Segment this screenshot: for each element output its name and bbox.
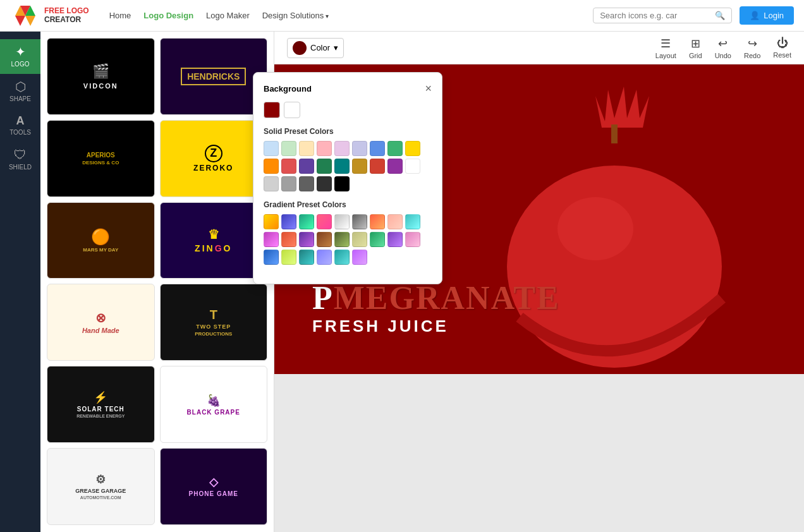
gallery-item-blackgrape[interactable]: 🍇 BLACK GRAPE (160, 366, 268, 443)
tool-shape[interactable]: ⬡ SHAPE (0, 74, 40, 109)
gallery-item-phonegame[interactable]: ◇ PHONE GAME (160, 448, 268, 525)
gallery-item-zeroko[interactable]: Z ZEROKO (160, 120, 268, 197)
nav-logo-design[interactable]: Logo Design (143, 11, 193, 20)
solid-swatch[interactable] (299, 141, 314, 156)
gradient-swatch[interactable] (264, 214, 279, 229)
svg-marker-3 (15, 16, 25, 26)
gradient-swatch[interactable] (405, 232, 420, 247)
layout-action[interactable]: ☰ Layout (655, 37, 676, 59)
solid-swatch[interactable] (281, 176, 296, 191)
tool-tools[interactable]: A TOOLS (0, 109, 40, 142)
solid-swatch[interactable] (352, 159, 367, 174)
solid-swatch[interactable] (370, 141, 385, 156)
gradient-swatch[interactable] (281, 250, 296, 265)
solid-swatch[interactable] (299, 159, 314, 174)
gradient-swatch[interactable] (264, 250, 279, 265)
color-popup-close[interactable]: × (425, 83, 432, 94)
undo-action[interactable]: ↩ Undo (715, 37, 731, 59)
gradient-swatch[interactable] (317, 250, 332, 265)
gradient-swatch[interactable] (299, 250, 314, 265)
gradient-swatch[interactable] (352, 232, 367, 247)
color-popup: Background × Solid Preset Colors Gradien… (253, 72, 442, 284)
canvas-bottom (274, 374, 804, 532)
canvas-text-overlay: PMEGRANATE FRESH JUICE (312, 279, 804, 336)
tools-icon: A (16, 115, 25, 126)
redo-action[interactable]: ↪ Redo (744, 37, 760, 59)
solid-swatch[interactable] (281, 159, 296, 174)
canvas-toolbar: Color ▾ ☰ Layout ⊞ Grid ↩ Undo ↪ (274, 32, 804, 64)
solid-swatch[interactable] (299, 176, 314, 191)
canvas-sub-text: FRESH JUICE (312, 317, 804, 336)
gradient-section-title: Gradient Preset Colors (264, 200, 432, 209)
gradient-swatch[interactable] (317, 214, 332, 229)
tool-logo-label: LOGO (11, 61, 30, 68)
undo-label: Undo (715, 52, 731, 59)
gallery-item-hendricks[interactable]: HENDRICKS (160, 38, 268, 115)
solid-swatch[interactable] (264, 159, 279, 174)
gradient-swatch[interactable] (317, 232, 332, 247)
tool-tools-label: TOOLS (9, 129, 31, 136)
gradient-swatch[interactable] (387, 214, 403, 229)
solid-swatch[interactable] (264, 176, 279, 191)
gradient-swatch[interactable] (299, 232, 314, 247)
tool-logo[interactable]: ✦ LOGO (0, 39, 40, 74)
svg-marker-5 (595, 87, 649, 128)
search-icon: 🔍 (715, 11, 725, 20)
gallery-item-grease[interactable]: ⚙ GREASE GARAGE AUTOMOTIVE.COM (47, 448, 155, 525)
gallery-item-zingo[interactable]: ♛ ZINGO (160, 202, 268, 279)
tool-shield[interactable]: 🛡 SHIELD (0, 142, 40, 177)
gallery-item-aperios[interactable]: APERIOS DESIGNS & CO (47, 120, 155, 197)
gradient-swatch[interactable] (334, 232, 350, 247)
gradient-swatch[interactable] (264, 232, 279, 247)
nav-design-solutions[interactable]: Design Solutions (262, 11, 329, 20)
gradient-swatch[interactable] (352, 214, 367, 229)
bg-swatch-light[interactable] (284, 102, 300, 118)
sidebar-tools: ✦ LOGO ⬡ SHAPE A TOOLS 🛡 SHIELD (0, 32, 40, 532)
solid-swatch[interactable] (317, 176, 332, 191)
search-input[interactable] (600, 11, 712, 20)
gallery-item-vidcon[interactable]: 🎬 VIDCON (47, 38, 155, 115)
solid-swatch[interactable] (317, 141, 332, 156)
gradient-swatch[interactable] (334, 214, 350, 229)
gradient-swatch[interactable] (405, 214, 420, 229)
tool-shield-label: SHIELD (9, 164, 32, 171)
nav-logo-maker[interactable]: Logo Maker (206, 11, 250, 20)
solid-swatch[interactable] (317, 159, 332, 174)
brand-logo[interactable]: FREE LOGO CREATOR (10, 3, 89, 28)
gradient-swatch[interactable] (299, 214, 314, 229)
gallery-item-marsmyday[interactable]: 🟠 MARS MY DAY (47, 202, 155, 279)
solid-swatch[interactable] (281, 141, 296, 156)
solid-swatch[interactable] (334, 141, 350, 156)
gallery-grid: 🎬 VIDCON HENDRICKS APERIOS DESIGNS & CO … (47, 38, 267, 525)
gradient-swatch[interactable] (281, 214, 296, 229)
color-swatch (293, 41, 307, 55)
gallery-item-handmade[interactable]: ⊗ Hand Made (47, 284, 155, 361)
solid-swatch[interactable] (370, 159, 385, 174)
gradient-swatch[interactable] (387, 232, 403, 247)
nav-home[interactable]: Home (109, 11, 131, 20)
bg-swatch-dark[interactable] (264, 102, 280, 118)
gradient-swatch[interactable] (352, 250, 367, 265)
solid-swatch[interactable] (387, 159, 403, 174)
reset-action[interactable]: ⏻ Reset (773, 37, 791, 59)
gradient-swatch[interactable] (334, 250, 350, 265)
grid-action[interactable]: ⊞ Grid (689, 37, 702, 59)
color-picker-trigger[interactable]: Color ▾ (287, 38, 344, 58)
solid-swatch[interactable] (334, 176, 350, 191)
solid-swatch[interactable] (352, 141, 367, 156)
solid-swatch[interactable] (405, 159, 420, 174)
svg-marker-4 (25, 16, 35, 26)
solid-swatch[interactable] (405, 141, 420, 156)
gradient-swatch[interactable] (281, 232, 296, 247)
login-button[interactable]: 👤 Login (740, 6, 794, 25)
gallery-item-twostep[interactable]: T TWO STEP PRODUCTIONS (160, 284, 268, 361)
gradient-swatch[interactable] (370, 214, 385, 229)
solid-swatch[interactable] (334, 159, 350, 174)
gradient-swatch[interactable] (370, 232, 385, 247)
color-popup-title: Background (264, 84, 312, 94)
solid-swatch-grid (264, 141, 432, 191)
solid-swatch[interactable] (264, 141, 279, 156)
search-box[interactable]: 🔍 (593, 8, 732, 23)
solid-swatch[interactable] (387, 141, 403, 156)
gallery-item-solartech[interactable]: ⚡ SOLAR TECH RENEWABLE ENERGY (47, 366, 155, 443)
